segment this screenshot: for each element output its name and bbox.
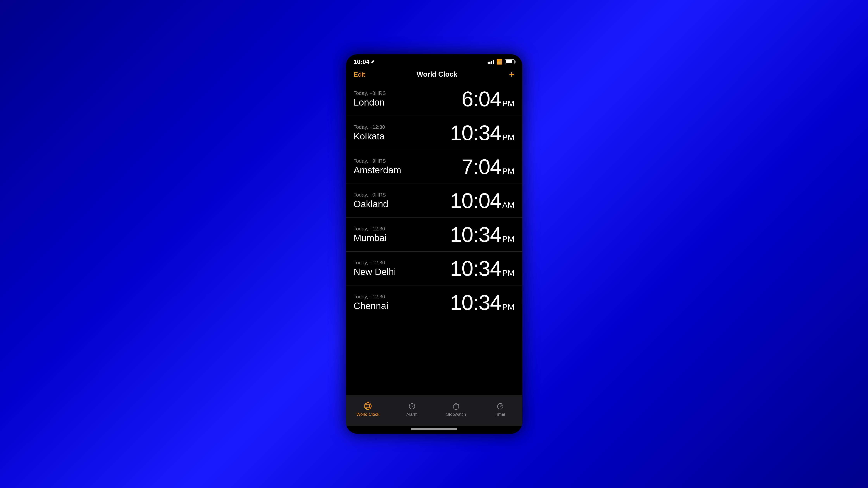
clock-item-newdelhi: Today, +12:30 New Delhi 10:34 PM [346,252,522,286]
clock-time-display: 10:34 PM [450,224,514,245]
phone-container: 10:04 ⇗ 📶 Edit World Clock + Today, +8HR… [346,54,522,434]
nav-bar: Edit World Clock + [346,68,522,82]
clock-offset: Today, +12:30 [354,260,396,266]
clock-offset: Today, +0HRS [354,192,389,198]
time-value: 10:04 [450,190,501,211]
clock-city: Amsterdam [354,165,401,175]
svg-line-15 [458,404,459,404]
add-button[interactable]: + [509,70,514,79]
time-value: 10:34 [450,258,501,279]
tab-timer-label: Timer [495,412,505,417]
signal-icon [488,60,494,64]
tab-stopwatch[interactable]: Stopwatch [444,402,468,417]
clock-item-kolkata: Today, +12:30 Kolkata 10:34 PM [346,116,522,150]
stopwatch-icon [452,402,460,410]
wifi-icon: 📶 [496,59,502,65]
clock-info: Today, +12:30 Kolkata [354,124,385,141]
alarm-icon [408,402,416,410]
clock-time-display: 7:04 PM [461,156,514,177]
clock-info: Today, +12:30 Mumbai [354,226,387,243]
status-icons: 📶 [488,59,515,65]
clock-item-london: Today, +8HRS London 6:04 PM [346,82,522,116]
clock-time-display: 10:34 PM [450,292,514,313]
time-value: 6:04 [461,88,501,109]
time-value: 10:34 [450,292,501,313]
clock-city: New Delhi [354,266,396,277]
clock-city: Chennai [354,300,389,311]
status-bar: 10:04 ⇗ 📶 [346,54,522,68]
time-ampm: AM [502,201,515,210]
clock-offset: Today, +8HRS [354,90,386,96]
status-time-group: 10:04 ⇗ [354,58,375,65]
time-ampm: PM [502,234,515,244]
time-ampm: PM [502,99,515,108]
clock-info: Today, +12:30 New Delhi [354,260,396,277]
time-value: 10:34 [450,224,501,245]
clock-info: Today, +9HRS Amsterdam [354,158,401,175]
clock-city: London [354,97,386,108]
tab-timer[interactable]: Timer [489,402,512,417]
clock-offset: Today, +12:30 [354,124,385,130]
world-clock-icon [364,402,372,410]
page-title: World Clock [417,70,457,78]
time-ampm: PM [502,302,515,312]
battery-icon [505,60,515,64]
tab-stopwatch-label: Stopwatch [446,412,466,417]
clock-item-mumbai: Today, +12:30 Mumbai 10:34 PM [346,218,522,252]
tab-alarm[interactable]: Alarm [400,402,424,417]
home-bar [411,428,457,430]
clock-item-oakland: Today, +0HRS Oakland 10:04 AM [346,184,522,218]
tab-alarm-label: Alarm [406,412,417,417]
clock-time-display: 6:04 PM [461,88,514,109]
time-ampm: PM [502,133,515,142]
clock-offset: Today, +12:30 [354,294,389,300]
time-ampm: PM [502,167,515,176]
clock-city: Kolkata [354,131,385,141]
clock-time-display: 10:34 PM [450,258,514,279]
clock-time-display: 10:34 PM [450,122,514,143]
clock-city: Oakland [354,199,389,209]
time-value: 10:34 [450,122,501,143]
clock-item-chennai: Today, +12:30 Chennai 10:34 PM [346,286,522,319]
status-time: 10:04 [354,58,370,65]
clock-info: Today, +8HRS London [354,90,386,108]
location-arrow-icon: ⇗ [371,59,374,64]
clock-info: Today, +12:30 Chennai [354,294,389,311]
tab-bar: World Clock Alarm Stopwatch [346,395,522,426]
clock-list: Today, +8HRS London 6:04 PM Today, +12:3… [346,82,522,395]
edit-button[interactable]: Edit [354,71,365,78]
tab-world-clock[interactable]: World Clock [356,402,379,417]
clock-city: Mumbai [354,233,387,243]
clock-time-display: 10:04 AM [450,190,514,211]
tab-world-clock-label: World Clock [356,412,379,417]
clock-offset: Today, +9HRS [354,158,401,164]
clock-info: Today, +0HRS Oakland [354,192,389,209]
clock-item-amsterdam: Today, +9HRS Amsterdam 7:04 PM [346,150,522,184]
time-value: 7:04 [461,156,501,177]
timer-icon [496,402,504,410]
time-ampm: PM [502,268,515,278]
clock-offset: Today, +12:30 [354,226,387,232]
svg-line-17 [500,405,501,406]
home-indicator [346,426,522,434]
